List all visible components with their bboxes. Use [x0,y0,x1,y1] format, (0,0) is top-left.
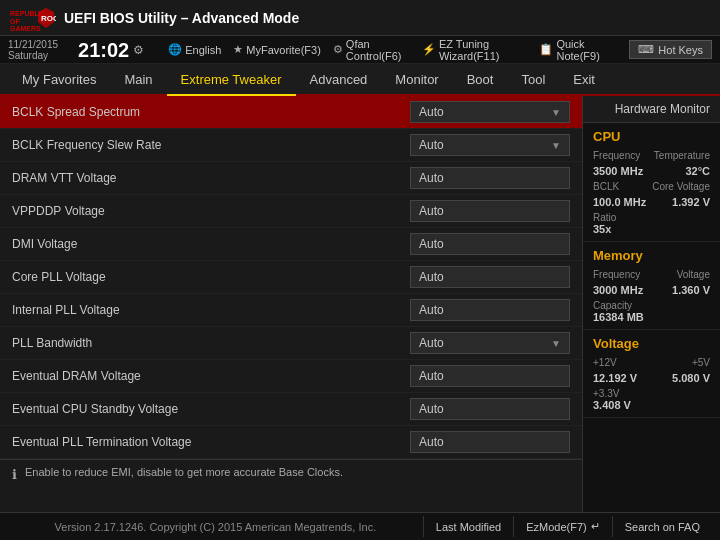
hw-cpu-temp-label: Temperature [654,150,710,161]
time-settings-icon[interactable]: ⚙ [133,43,144,57]
time-display: 21:02 [78,40,129,60]
setting-value-text-6: Auto [419,303,444,317]
setting-row-7[interactable]: PLL BandwidthAuto▼ [0,327,582,360]
hw-cpu-temp-value: 32°C [685,165,710,177]
tool-qfan[interactable]: ⚙ Qfan Control(F6) [333,38,410,62]
tool-quicknote[interactable]: 📋 Quick Note(F9) [539,38,613,62]
setting-row-8[interactable]: Eventual DRAM VoltageAuto [0,360,582,393]
setting-value-0[interactable]: Auto▼ [410,101,570,123]
setting-row-4[interactable]: DMI VoltageAuto [0,228,582,261]
hw-monitor-header: Hardware Monitor [583,96,720,123]
nav-advanced[interactable]: Advanced [296,63,382,95]
setting-value-text-10: Auto [419,435,444,449]
setting-value-6: Auto [410,299,570,321]
setting-row-6[interactable]: Internal PLL VoltageAuto [0,294,582,327]
hw-mem-volt-value: 1.360 V [672,284,710,296]
hw-cpu-corev-value: 1.392 V [672,196,710,208]
setting-row-1[interactable]: BCLK Frequency Slew RateAuto▼ [0,129,582,162]
svg-text:ROG: ROG [41,14,56,23]
hw-mem-cap-area: Capacity 16384 MB [593,300,710,323]
nav-exit[interactable]: Exit [559,63,609,95]
hw-memory-title: Memory [593,248,710,263]
hw-v33-label: +3.3V [593,388,710,399]
search-faq-button[interactable]: Search on FAQ [612,516,712,537]
qfan-label: Qfan Control(F6) [346,38,410,62]
hw-v33-value: 3.408 V [593,399,710,411]
hw-mem-freq-row: Frequency Voltage [593,269,710,280]
hw-memory-section: Memory Frequency Voltage 3000 MHz 1.360 … [583,242,720,330]
nav-extreme-tweaker[interactable]: Extreme Tweaker [167,64,296,96]
hw-v33-area: +3.3V 3.408 V [593,388,710,411]
setting-value-text-0: Auto [419,105,444,119]
setting-value-text-2: Auto [419,171,444,185]
day-display: Saturday [8,50,58,61]
nav-monitor[interactable]: Monitor [381,63,452,95]
hw-cpu-section: CPU Frequency Temperature 3500 MHz 32°C … [583,123,720,242]
setting-value-text-8: Auto [419,369,444,383]
setting-value-2: Auto [410,167,570,189]
date-display: 11/21/2015 [8,39,58,50]
hw-voltage-section: Voltage +12V +5V 12.192 V 5.080 V +3.3V … [583,330,720,418]
setting-value-4: Auto [410,233,570,255]
nav-tool[interactable]: Tool [507,63,559,95]
main-content: BCLK Spread SpectrumAuto▼BCLK Frequency … [0,96,720,512]
hw-cpu-freq-row: Frequency Temperature [593,150,710,161]
nav-boot[interactable]: Boot [453,63,508,95]
nav-my-favorites[interactable]: My Favorites [8,63,110,95]
hw-monitor-panel: Hardware Monitor CPU Frequency Temperatu… [582,96,720,512]
header-bar: REPUBLIC OF GAMERS ROG UEFI BIOS Utility… [0,0,720,36]
nav-main[interactable]: Main [110,63,166,95]
tool-myfavorite[interactable]: ★ MyFavorite(F3) [233,38,321,62]
hw-mem-cap-label: Capacity [593,300,710,311]
hot-keys-button[interactable]: ⌨ Hot Keys [629,40,712,59]
ez-mode-button[interactable]: EzMode(F7) ↵ [513,516,612,537]
hw-cpu-ratio-value: 35x [593,223,710,235]
setting-label-6: Internal PLL Voltage [12,303,410,317]
setting-value-1[interactable]: Auto▼ [410,134,570,156]
setting-label-3: VPPDDР Voltage [12,204,410,218]
setting-label-9: Eventual CPU Standby Voltage [12,402,410,416]
myfavorite-label: MyFavorite(F3) [246,44,321,56]
language-icon: 🌐 [168,43,182,56]
hw-v5-value: 5.080 V [672,372,710,384]
bios-title: UEFI BIOS Utility – Advanced Mode [64,10,299,26]
svg-text:OF: OF [10,18,20,25]
setting-label-5: Core PLL Voltage [12,270,410,284]
setting-value-5: Auto [410,266,570,288]
setting-row-0[interactable]: BCLK Spread SpectrumAuto▼ [0,96,582,129]
hw-mem-cap-value: 16384 MB [593,311,710,323]
setting-label-1: BCLK Frequency Slew Rate [12,138,410,152]
setting-value-text-1: Auto [419,138,444,152]
status-bar: Version 2.17.1246. Copyright (C) 2015 Am… [0,512,720,540]
tool-eztuning[interactable]: ⚡ EZ Tuning Wizard(F11) [422,38,527,62]
hw-cpu-freq-label: Frequency [593,150,640,161]
setting-value-3: Auto [410,200,570,222]
hw-cpu-ratio-label: Ratio [593,212,710,223]
setting-row-10[interactable]: Eventual PLL Termination VoltageAuto [0,426,582,459]
info-icon: ℹ [12,467,17,482]
setting-row-5[interactable]: Core PLL VoltageAuto [0,261,582,294]
nav-bar: My Favorites Main Extreme Tweaker Advanc… [0,64,720,96]
setting-row-2[interactable]: DRAM VTT VoltageAuto [0,162,582,195]
info-bar: ℹ Enable to reduce EMI, disable to get m… [0,459,582,488]
dropdown-arrow-icon-7: ▼ [551,338,561,349]
hw-mem-freq-value: 3000 MHz [593,284,643,296]
time-area: 21:02 ⚙ [78,40,144,60]
eztuning-label: EZ Tuning Wizard(F11) [439,38,527,62]
setting-value-7[interactable]: Auto▼ [410,332,570,354]
tool-language[interactable]: 🌐 English [168,38,221,62]
hw-v12-value: 12.192 V [593,372,637,384]
setting-value-text-5: Auto [419,270,444,284]
qfan-icon: ⚙ [333,43,343,56]
hw-mem-freq-val-row: 3000 MHz 1.360 V [593,284,710,296]
setting-value-text-4: Auto [419,237,444,251]
last-modified-button[interactable]: Last Modified [423,516,513,537]
rog-logo: REPUBLIC OF GAMERS ROG [8,4,56,32]
last-modified-label: Last Modified [436,521,501,533]
setting-label-2: DRAM VTT Voltage [12,171,410,185]
hw-v12-row: +12V +5V [593,357,710,368]
setting-value-8: Auto [410,365,570,387]
setting-row-9[interactable]: Eventual CPU Standby VoltageAuto [0,393,582,426]
setting-row-3[interactable]: VPPDDР VoltageAuto [0,195,582,228]
setting-value-text-7: Auto [419,336,444,350]
